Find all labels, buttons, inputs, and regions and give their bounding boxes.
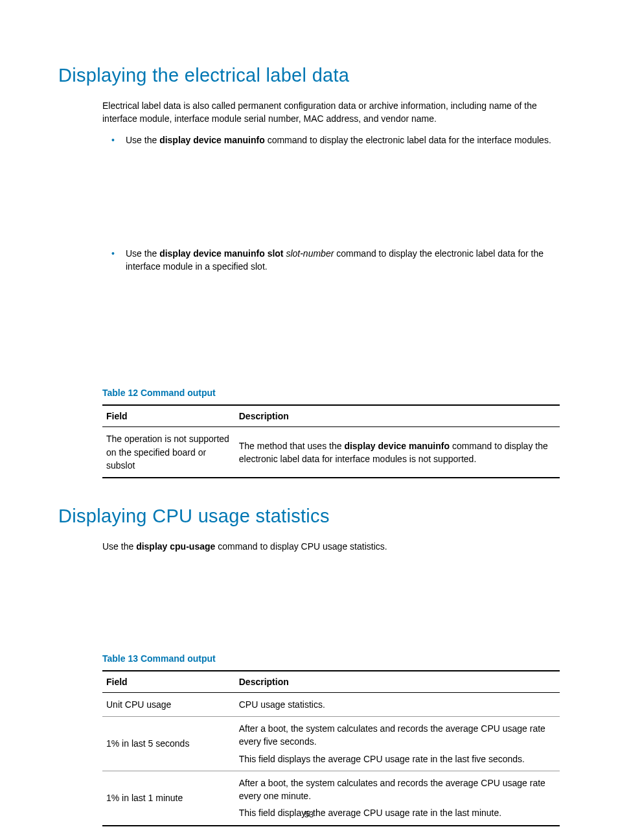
- table-header-field: Field: [102, 405, 235, 427]
- table-header-description: Description: [235, 405, 560, 427]
- bullet-text-prefix: Use the: [126, 135, 159, 145]
- intro-paragraph: Electrical label data is also called per…: [102, 99, 560, 126]
- command-output-table: Field Description Unit CPU usage CPU usa…: [102, 670, 560, 826]
- table-header-field: Field: [102, 671, 235, 693]
- bullet-command-italic: slot-number: [284, 248, 334, 259]
- intro-paragraph: Use the display cpu-usage command to dis…: [102, 540, 560, 553]
- table-cell-description: The method that uses the display device …: [235, 427, 560, 478]
- table-cell-field: The operation is not supported on the sp…: [102, 427, 235, 478]
- table-row: Unit CPU usage CPU usage statistics.: [102, 692, 560, 716]
- bullet-item: Use the display device manuinfo command …: [102, 134, 560, 146]
- table-caption: Table 13 Command output: [102, 653, 560, 664]
- section-heading-cpu-usage: Displaying CPU usage statistics: [58, 506, 560, 527]
- bullet-text-prefix: Use the: [126, 248, 159, 259]
- table-cell-description: After a boot, the system calculates and …: [235, 716, 560, 771]
- table-cell-field: Unit CPU usage: [102, 692, 235, 716]
- table-cell-field: 1% in last 5 seconds: [102, 716, 235, 771]
- table-row: 1% in last 5 seconds After a boot, the s…: [102, 716, 560, 771]
- bullet-command-bold: display device manuinfo slot: [159, 248, 283, 259]
- table-caption: Table 12 Command output: [102, 388, 560, 398]
- table-header-description: Description: [235, 671, 560, 693]
- bullet-text-after: command to display the electronic label …: [265, 135, 551, 145]
- table-row: The operation is not supported on the sp…: [102, 427, 560, 478]
- bullet-item: Use the display device manuinfo slot slo…: [102, 247, 560, 274]
- table-cell-description: CPU usage statistics.: [235, 692, 560, 716]
- command-output-table: Field Description The operation is not s…: [102, 404, 560, 478]
- bullet-command-bold: display device manuinfo: [159, 135, 265, 145]
- page-number: 53: [0, 810, 618, 819]
- section-heading-electrical-label: Displaying the electrical label data: [58, 65, 560, 86]
